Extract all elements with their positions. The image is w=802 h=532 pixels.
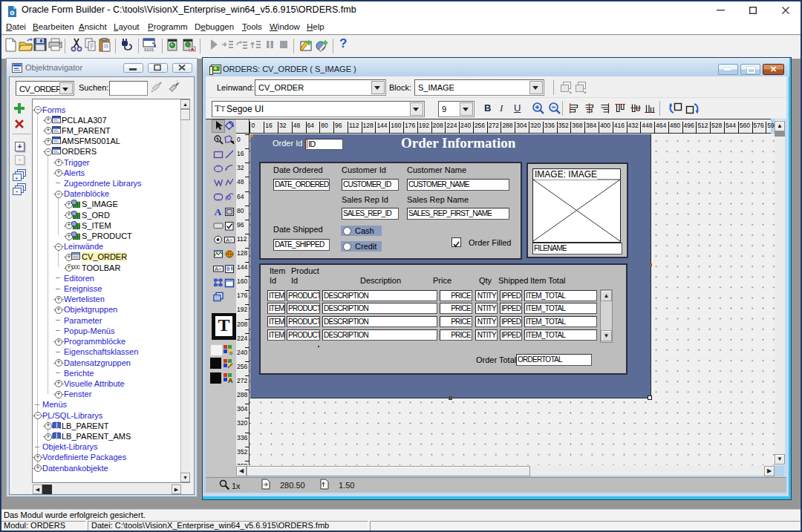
svg-text:A=: A= bbox=[215, 266, 222, 272]
svg-text:o: o bbox=[229, 350, 232, 355]
svg-text:+: + bbox=[15, 175, 19, 182]
svg-text:-: - bbox=[16, 187, 18, 195]
svg-text:A: A bbox=[228, 377, 233, 383]
svg-text:A: A bbox=[215, 206, 222, 217]
svg-text:A=: A= bbox=[226, 237, 233, 243]
svg-text:0101: 0101 bbox=[144, 47, 154, 52]
